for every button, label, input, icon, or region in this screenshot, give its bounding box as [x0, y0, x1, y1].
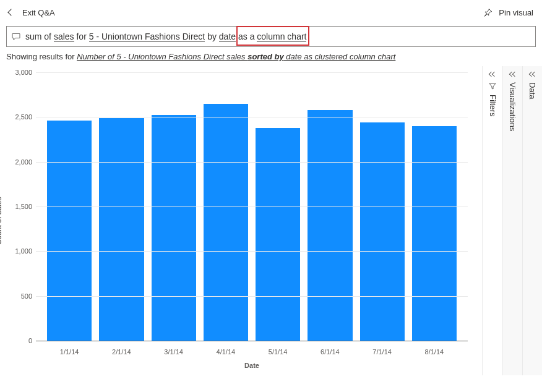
- x-tick-label: 8/1/14: [412, 348, 457, 356]
- bar[interactable]: [256, 128, 300, 341]
- x-tick-label: 6/1/14: [308, 348, 352, 356]
- x-tick-label: 1/1/14: [47, 348, 92, 356]
- filters-pane-collapsed[interactable]: Filters: [483, 66, 502, 375]
- x-tick-label: 4/1/14: [204, 348, 248, 356]
- y-axis-title: Count of Sales: [0, 197, 2, 244]
- visualizations-pane-collapsed[interactable]: Visualizations: [502, 66, 522, 375]
- pin-visual-label: Pin visual: [499, 8, 533, 17]
- column-chart[interactable]: Count of Sales 05001,0001,5002,0002,5003…: [4, 72, 474, 369]
- bar[interactable]: [204, 104, 248, 341]
- filters-pane-label: Filters: [488, 95, 497, 116]
- y-tick-label: 3,000: [15, 69, 36, 76]
- filter-icon: [489, 82, 496, 90]
- data-pane-label: Data: [528, 82, 537, 99]
- results-summary: Showing results for Number of 5 - Uniont…: [6, 52, 536, 61]
- bar[interactable]: [152, 115, 196, 341]
- y-tick-label: 0: [28, 337, 36, 344]
- exit-qna-button[interactable]: Exit Q&A: [9, 8, 55, 17]
- chevron-collapse-icon: [510, 71, 516, 77]
- x-tick-label: 7/1/14: [360, 348, 405, 356]
- gridline: [36, 341, 468, 341]
- content: Count of Sales 05001,0001,5002,0002,5003…: [0, 66, 542, 375]
- bar[interactable]: [308, 110, 352, 341]
- x-tick-label: 2/1/14: [99, 348, 144, 356]
- visualizations-pane-label: Visualizations: [508, 82, 517, 131]
- y-tick-label: 2,500: [15, 113, 36, 121]
- y-tick-label: 2,000: [15, 158, 36, 166]
- gridline: [36, 296, 468, 297]
- topbar: Exit Q&A Pin visual: [0, 0, 542, 25]
- plot-region: 05001,0001,5002,0002,5003,000: [36, 72, 468, 341]
- pin-visual-button[interactable]: Pin visual: [484, 8, 533, 17]
- y-tick-label: 500: [21, 292, 36, 300]
- bar[interactable]: [360, 122, 405, 341]
- bar[interactable]: [412, 126, 457, 341]
- chat-icon: [11, 31, 22, 42]
- y-tick-label: 1,500: [15, 203, 36, 210]
- chevron-left-icon: [7, 9, 14, 15]
- gridline: [36, 251, 468, 252]
- gridline: [36, 162, 468, 163]
- data-pane-collapsed[interactable]: Data: [522, 66, 542, 375]
- chart-area: Count of Sales 05001,0001,5002,0002,5003…: [0, 66, 482, 375]
- gridline: [36, 72, 468, 73]
- y-tick-label: 1,000: [15, 247, 36, 255]
- gridline: [36, 207, 468, 207]
- x-axis-title: Date: [36, 362, 468, 369]
- qna-query-text: sum of sales for 5 - Uniontown Fashions …: [25, 32, 306, 41]
- x-axis-labels: 1/1/142/1/143/1/144/1/145/1/146/1/147/1/…: [36, 348, 468, 356]
- exit-qna-label: Exit Q&A: [22, 8, 55, 17]
- x-tick-label: 3/1/14: [152, 348, 196, 356]
- side-panes: Filters Visualizations Data: [482, 66, 542, 375]
- bar[interactable]: [99, 118, 144, 341]
- x-tick-label: 5/1/14: [256, 348, 300, 356]
- qna-query-input[interactable]: sum of sales for 5 - Uniontown Fashions …: [6, 26, 536, 47]
- bar[interactable]: [47, 121, 92, 341]
- chevron-collapse-icon: [489, 71, 496, 77]
- pin-icon: [484, 8, 493, 17]
- gridline: [36, 117, 468, 117]
- chevron-collapse-icon: [530, 71, 536, 77]
